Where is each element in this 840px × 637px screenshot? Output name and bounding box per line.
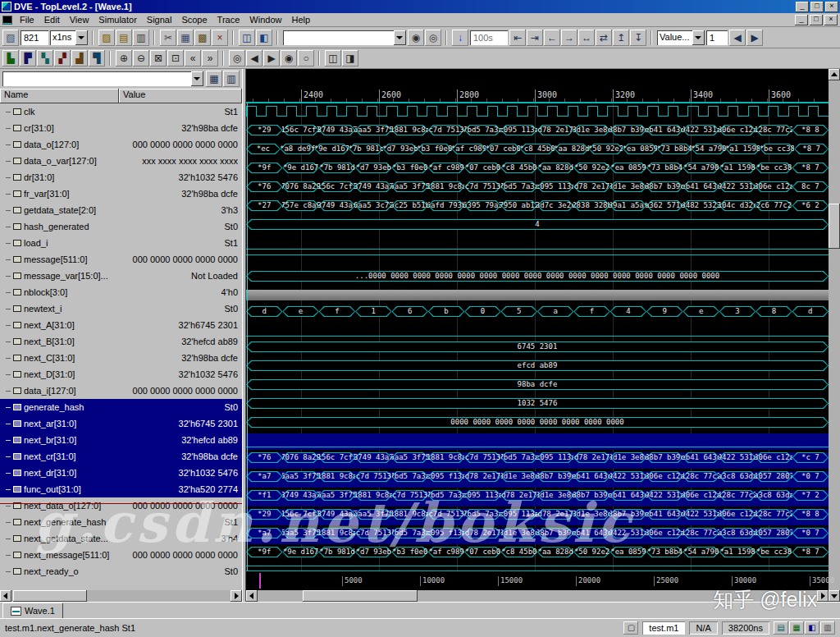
- hierarchy-icon[interactable]: ▧: [2, 30, 19, 46]
- mdi-close-button[interactable]: ×: [824, 15, 838, 25]
- wave-lane[interactable]: efcd ab89: [246, 360, 829, 377]
- search-combo[interactable]: [283, 30, 406, 45]
- scroll-track[interactable]: [11, 590, 231, 602]
- menu-simulator[interactable]: Simulator: [94, 14, 141, 25]
- signal-row[interactable]: nblock[3:0]4'h0: [0, 284, 242, 300]
- signal-row[interactable]: next_ready_oSt0: [0, 563, 242, 580]
- signal-row[interactable]: cr[31:0]32'h98ba dcfe: [0, 120, 242, 136]
- signal-row[interactable]: next_A[31:0]32'h6745 2301: [0, 317, 242, 333]
- signal-row[interactable]: next_message[511:0]000 0000 0000 0000 00…: [0, 547, 242, 563]
- chevron-down-icon[interactable]: [75, 30, 88, 45]
- paste-icon[interactable]: ▩: [194, 30, 211, 46]
- open-file-icon[interactable]: ▤: [116, 30, 132, 46]
- value-combo[interactable]: Value...: [657, 30, 705, 45]
- scroll-down-button[interactable]: [829, 590, 840, 602]
- log-status-icon[interactable]: ▤: [774, 621, 788, 635]
- maximize-button[interactable]: □: [810, 2, 824, 12]
- link-status-icon[interactable]: ◧: [805, 621, 819, 635]
- signal-row[interactable]: next_ar[31:0]32'h6745 2301: [0, 415, 242, 432]
- signal-row[interactable]: clkSt1: [0, 103, 242, 120]
- overview-cursor[interactable]: [259, 573, 261, 589]
- overlay-waves-icon[interactable]: ◨: [342, 50, 358, 66]
- signal-row[interactable]: message_var[15:0]...Not Loaded: [0, 268, 242, 284]
- pan-right-icon[interactable]: ▶: [746, 30, 763, 46]
- scroll-left-button[interactable]: [0, 590, 11, 602]
- sim-status-icon[interactable]: ▦: [789, 621, 804, 635]
- mdi-restore-button[interactable]: □: [810, 15, 823, 25]
- wave-lane[interactable]: *ec*a8 de9f*9e d167*7b 981c*d7 93eb*b3 f…: [246, 144, 829, 160]
- zoom-cursor-icon[interactable]: ⊡: [167, 50, 184, 66]
- print-icon[interactable]: ▥: [133, 30, 149, 46]
- column-header-name[interactable]: Name: [0, 89, 119, 103]
- minimize-button[interactable]: _: [796, 2, 809, 12]
- scroll-track[interactable]: [258, 590, 817, 602]
- column-header-value[interactable]: Value: [119, 89, 242, 103]
- clear-markers-icon[interactable]: ○: [298, 50, 314, 66]
- wave-lane[interactable]: [246, 236, 829, 252]
- scroll-thumb[interactable]: [13, 590, 87, 602]
- zoom-out-icon[interactable]: ⊖: [133, 50, 149, 66]
- scroll-thumb[interactable]: [829, 204, 840, 249]
- wave-vscrollbar[interactable]: [829, 69, 840, 602]
- signal-row[interactable]: next_B[31:0]32'hefcd ab89: [0, 333, 242, 350]
- scroll-right-button[interactable]: [817, 590, 829, 602]
- wave-lane[interactable]: *a75aa5 3f751881 9c8ac7d 75137bd5 7a3ac0…: [246, 471, 829, 488]
- push-in-icon[interactable]: ↧: [630, 30, 646, 46]
- cut-icon[interactable]: ✂: [160, 30, 176, 46]
- wave-cursor[interactable]: [247, 103, 248, 571]
- push-out-icon[interactable]: ↥: [613, 30, 629, 46]
- signal-row[interactable]: dr[31:0]32'h1032 5476: [0, 169, 242, 186]
- mdi-minimize-button[interactable]: _: [795, 15, 808, 25]
- signal-row[interactable]: generate_hashSt0: [0, 399, 242, 415]
- menu-help[interactable]: Help: [286, 14, 315, 25]
- wave-lane[interactable]: [246, 252, 829, 268]
- wave-lane[interactable]: [246, 287, 829, 304]
- new-list-window-icon[interactable]: ◧: [256, 30, 272, 46]
- ungroup-signals-icon[interactable]: ▜: [89, 50, 105, 66]
- time-field[interactable]: 100s: [470, 30, 508, 45]
- wave-lane[interactable]: 4: [246, 219, 829, 236]
- scroll-right-button[interactable]: [231, 590, 242, 602]
- add-marker-icon[interactable]: ◎: [229, 50, 245, 66]
- wave-lane[interactable]: *29156c 7cf13749 43a75aa5 3f751881 9c8ac…: [246, 509, 829, 525]
- scroll-thumb[interactable]: [303, 590, 418, 602]
- scroll-track[interactable]: [829, 80, 840, 590]
- signal-row[interactable]: next_data_o[127:0]000 0000 0000 0000 000…: [0, 497, 242, 514]
- signal-row[interactable]: hash_generatedSt0: [0, 218, 242, 235]
- zoom-fit-icon[interactable]: ⊠: [150, 50, 167, 66]
- close-button[interactable]: ×: [825, 2, 838, 12]
- signal-row[interactable]: next_C[31:0]32'h98ba dcfe: [0, 350, 242, 366]
- wave-lane[interactable]: *9f*9e d167*7b 981d*d7 93eb*b3 f0e0*af c…: [246, 547, 829, 563]
- prev-edge-icon[interactable]: ⇤: [509, 30, 526, 46]
- wave-lane[interactable]: *9f*9e d167*7b 981d*d7 93eb*b3 f0e0*af c…: [246, 163, 829, 179]
- wave-hscrollbar[interactable]: [246, 590, 829, 602]
- signal-row[interactable]: next_dr[31:0]32'h1032 5476: [0, 465, 242, 481]
- wave-lane[interactable]: *767076 8a29156c 7cf13749 43a75aa5 3f751…: [246, 452, 829, 469]
- group-signals-icon[interactable]: ▟: [71, 50, 88, 66]
- goto-time-icon[interactable]: ↓: [452, 30, 468, 46]
- tab-wave1[interactable]: Wave.1: [2, 603, 63, 618]
- signal-row[interactable]: load_iSt1: [0, 235, 242, 251]
- pan-left-icon[interactable]: ◀: [729, 30, 746, 46]
- signal-hscrollbar[interactable]: [0, 590, 242, 602]
- wave-lane[interactable]: 6745 2301: [246, 341, 829, 358]
- delete-icon[interactable]: ×: [212, 30, 228, 46]
- chevron-down-icon[interactable]: [394, 30, 406, 45]
- signal-row[interactable]: next_generate_hashSt1: [0, 514, 242, 530]
- insert-divider-icon[interactable]: ▚: [37, 50, 53, 66]
- signal-row[interactable]: data_o[127:0]000 0000 0000 0000 0000: [0, 136, 242, 153]
- menu-edit[interactable]: Edit: [39, 14, 65, 25]
- signal-row[interactable]: next_D[31:0]32'h1032 5476: [0, 366, 242, 383]
- menu-scope[interactable]: Scope: [176, 14, 212, 25]
- wave-lane[interactable]: *f13749 43a75aa5 3f751881 9c8ac7d 75137b…: [246, 490, 829, 506]
- new-wave-window-icon[interactable]: ◫: [239, 30, 255, 46]
- signal-group-combo[interactable]: [2, 71, 203, 86]
- signal-row[interactable]: next_br[31:0]32'hefcd ab89: [0, 432, 242, 448]
- count-field[interactable]: 1: [706, 30, 728, 45]
- wave-lane[interactable]: *27757e c8a93749 43af5aa5 3c725c25 b51b5…: [246, 200, 829, 217]
- menu-view[interactable]: View: [65, 14, 94, 25]
- signal-row[interactable]: data_i[127:0]000 0000 0000 0000 0000: [0, 383, 242, 399]
- pan-view-left-icon[interactable]: «: [185, 50, 201, 66]
- memory-status-icon[interactable]: ▥: [820, 621, 835, 635]
- wave-lane[interactable]: *767076 8a29156c 7cf13749 43a75aa5 3f751…: [246, 181, 829, 198]
